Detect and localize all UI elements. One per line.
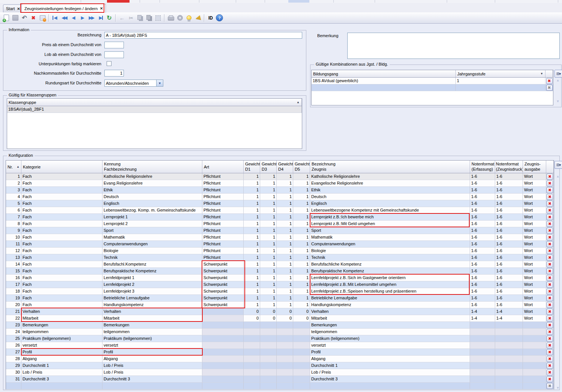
delete-row-button[interactable]: ✖: [547, 180, 553, 186]
1BSAV(dual)_2BF1[interactable]: 1BSAV(dual)_2BF1: [7, 106, 302, 113]
delete-row-button[interactable]: ✖: [547, 349, 553, 355]
konfiguration-row[interactable]: 8 Fach Lernprojekt 2 Pflichtunt 1 1 1 1 …: [6, 221, 554, 227]
cell-zeugnisausgabe[interactable]: Wort: [523, 295, 546, 302]
tab-zeugniseinstellungen[interactable]: Zeugniseinstellungen festlegen / ändern …: [21, 4, 106, 13]
sort-desc-icon[interactable]: ▼: [540, 71, 543, 77]
cell-art[interactable]: Pflichtunt: [202, 234, 244, 241]
cut-icon[interactable]: ✂: [127, 14, 135, 22]
cell-bezeichnung-zeugnis[interactable]: Berufsfachliche Kompetenz: [310, 261, 470, 268]
cell-kennung[interactable]: Handlungskompetenz: [102, 302, 202, 308]
delete-row-button[interactable]: ✖: [547, 255, 553, 261]
cell-bezeichnung-zeugnis[interactable]: Technik: [310, 254, 470, 261]
cell-notenformat-zeugnisdruck[interactable]: 1-6: [495, 207, 523, 214]
cell-notenformat-zeugnisdruck[interactable]: [495, 383, 523, 389]
konfiguration-row[interactable]: 23 Bemerkungen Bemerkungen Bemerkungen ✖: [6, 322, 554, 329]
cell-kategorie[interactable]: Fach: [21, 173, 102, 180]
delete-row-button[interactable]: ✖: [547, 275, 553, 281]
cell-nr[interactable]: 9: [6, 227, 21, 234]
cell-kategorie[interactable]: Fach: [21, 275, 102, 281]
cell-zeugnisausgabe[interactable]: Wort: [523, 221, 546, 227]
cell-gewicht-d4[interactable]: [277, 335, 293, 342]
cell-notenformat-zeugnisdruck[interactable]: [495, 356, 523, 362]
cell-notenformat-erfassung[interactable]: 1-4: [470, 308, 495, 315]
cell-gewicht-d3[interactable]: 1: [260, 268, 277, 275]
cell-kategorie[interactable]: Fach: [21, 234, 102, 241]
cell-gewicht-d3[interactable]: [260, 335, 277, 342]
column-header-gewicht-d5[interactable]: Gewicht D5: [293, 161, 310, 173]
cell-gewicht-d3[interactable]: [260, 383, 277, 389]
column-header-gewicht-d3[interactable]: Gewicht D3: [260, 161, 277, 173]
cell-gewicht-d4[interactable]: [277, 329, 293, 335]
cell-nr[interactable]: 18: [6, 288, 21, 295]
cell-art[interactable]: Pflichtunt: [202, 194, 244, 200]
help-icon[interactable]: ?: [216, 14, 223, 21]
cell-notenformat-erfassung[interactable]: 1-6: [470, 275, 495, 281]
cell-zeugnisausgabe[interactable]: Wort: [523, 275, 546, 281]
cell-bezeichnung-zeugnis[interactable]: Durchschnitt 3: [310, 376, 470, 383]
delete-row-button[interactable]: ✖: [547, 174, 553, 180]
cell-notenformat-zeugnisdruck[interactable]: 1-6: [495, 275, 523, 281]
column-header-zeugnisausgabe[interactable]: Zeugnis- ausgabe: [523, 161, 546, 173]
cell-kennung[interactable]: Lernfeldprojekt 2: [102, 281, 202, 288]
combo-dropdown-icon[interactable]: ▾: [156, 80, 163, 86]
cell-zeugnisausgabe[interactable]: Wort: [523, 194, 546, 200]
cell-art[interactable]: [202, 349, 244, 356]
paste-icon[interactable]: [145, 14, 153, 22]
cell-art[interactable]: Pflichtunt: [202, 180, 244, 187]
cell-bezeichnung-zeugnis[interactable]: Handlungskompetenz: [310, 302, 470, 308]
konfiguration-row[interactable]: 30 Lob / Preis Lob / Preis Lob / Preis ✖: [6, 369, 554, 376]
konfiguration-row[interactable]: 15 Fach Berufspraktische Kompetenz Schwe…: [6, 268, 554, 275]
cell-nr[interactable]: 19: [6, 295, 21, 302]
cell-notenformat-zeugnisdruck[interactable]: 1-6: [495, 241, 523, 248]
cell-gewicht-d5[interactable]: 1: [293, 261, 310, 268]
cell-gewicht-d4[interactable]: [277, 322, 293, 329]
cell-bezeichnung-zeugnis[interactable]: Berufspraktische Kompetenz: [310, 268, 470, 275]
cell-gewicht-d4[interactable]: 1: [277, 268, 293, 275]
cell-kategorie[interactable]: Fach: [21, 248, 102, 254]
cell-gewicht-d1[interactable]: [244, 322, 260, 329]
cell-gewicht-d3[interactable]: 0: [260, 315, 277, 322]
column-header-bildungsgang[interactable]: Bildungsgang: [312, 70, 456, 77]
cell-kategorie[interactable]: Profil: [21, 349, 102, 356]
cell-nr[interactable]: 17: [6, 281, 21, 288]
cell-kennung[interactable]: Lernprojekt 2: [102, 221, 202, 227]
konfiguration-row[interactable]: 31 Durchschnitt 3 Durchschnitt 3 Durchsc…: [6, 376, 554, 383]
konfiguration-row[interactable]: 5 Fach Englisch Pflichtunt 1 1 1 1 Engli…: [6, 200, 554, 207]
cell-kategorie[interactable]: Fach: [21, 288, 102, 295]
delete-row-button[interactable]: ✖: [547, 268, 553, 274]
cell-kennung[interactable]: Profil: [102, 349, 202, 356]
cell-zeugnisausgabe[interactable]: Wort: [523, 281, 546, 288]
cell-gewicht-d4[interactable]: 0: [277, 308, 293, 315]
konfiguration-row[interactable]: 28 Abgang Abgang Abgang ✖: [6, 356, 554, 362]
cell-kategorie[interactable]: Praktikum (teilgenommen): [21, 335, 102, 342]
cell-notenformat-zeugnisdruck[interactable]: 1-6: [495, 187, 523, 194]
column-header-notenformat-zeugnisdruck[interactable]: Notenformat (Zeugnisdruck): [495, 161, 523, 173]
cell-notenformat-zeugnisdruck[interactable]: [495, 329, 523, 335]
cell-zeugnisausgabe[interactable]: [523, 322, 546, 329]
delete-record-icon[interactable]: ✖: [29, 14, 38, 22]
cell-zeugnisausgabe[interactable]: Wort: [523, 254, 546, 261]
cell-bezeichnung-zeugnis[interactable]: Lob / Preis: [310, 369, 470, 376]
cell-nr[interactable]: 23: [6, 322, 21, 329]
cell-notenformat-erfassung[interactable]: 1-6: [470, 295, 495, 302]
konfiguration-row[interactable]: 21 Verhalten Verhalten 0 0 0 0 Verhalten…: [6, 308, 554, 315]
cell-bildungsgang[interactable]: [312, 84, 456, 91]
konfiguration-row[interactable]: 27 Profil Profil Profil ✖: [6, 349, 554, 356]
cell-gewicht-d5[interactable]: 1: [293, 173, 310, 180]
cell-gewicht-d5[interactable]: 1: [293, 227, 310, 234]
cell-notenformat-erfassung[interactable]: 1-6: [470, 261, 495, 268]
cell-gewicht-d4[interactable]: 1: [277, 281, 293, 288]
cell-kategorie[interactable]: Fach: [21, 302, 102, 308]
cell-bezeichnung-zeugnis[interactable]: Ethik: [310, 187, 470, 194]
cell-gewicht-d3[interactable]: [260, 322, 277, 329]
cell-gewicht-d3[interactable]: 1: [260, 214, 277, 221]
cell-gewicht-d5[interactable]: 1: [293, 207, 310, 214]
cell-gewicht-d1[interactable]: 1: [244, 261, 260, 268]
cell-art[interactable]: [202, 315, 244, 322]
delete-row-button[interactable]: ✖: [547, 356, 553, 362]
scroll-up-icon[interactable]: ▲: [554, 173, 561, 179]
cell-nr[interactable]: 22: [6, 315, 21, 322]
cell-gewicht-d3[interactable]: [260, 342, 277, 349]
field-chooser-button[interactable]: ⊞▾: [554, 161, 562, 169]
cell-notenformat-erfassung[interactable]: [470, 342, 495, 349]
